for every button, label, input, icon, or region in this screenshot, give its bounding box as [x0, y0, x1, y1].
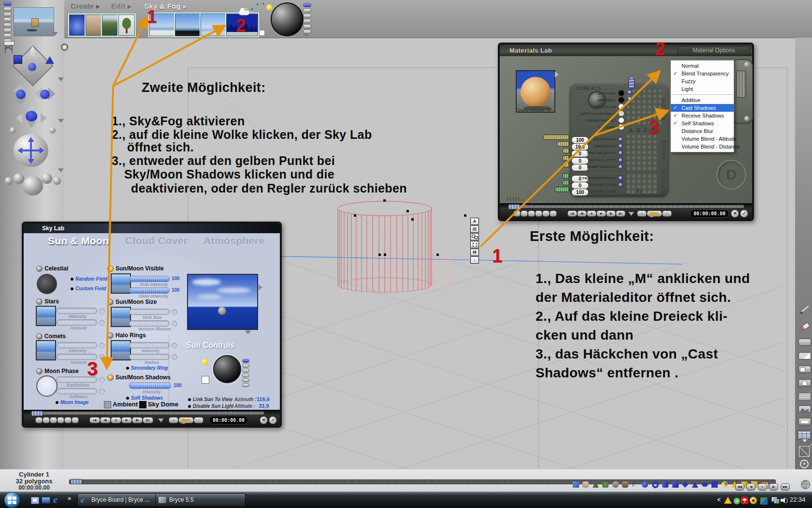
stage-expand-icon[interactable] — [58, 77, 64, 81]
menu-item-light[interactable]: Light — [671, 85, 734, 93]
button-bar-tool-icon[interactable] — [798, 418, 811, 425]
ambience-bar[interactable] — [557, 141, 569, 147]
horizon-illusion-slider[interactable] — [129, 320, 170, 327]
channel-diffuse-dot[interactable] — [618, 90, 624, 96]
add-key-button[interactable]: + — [169, 417, 178, 423]
specularity-bar[interactable] — [563, 148, 569, 153]
ml-memory-6[interactable] — [550, 210, 557, 217]
link-button[interactable] — [470, 233, 479, 240]
tray-avira-icon[interactable]: ☂ — [741, 497, 748, 504]
create-ellipse-icon[interactable] — [702, 482, 708, 487]
moon-phase-ball[interactable] — [36, 375, 58, 397]
create-row-expand-icon[interactable] — [723, 482, 729, 486]
menu-item-volume-blend-altitude[interactable]: Volume Blend - Altitude — [671, 135, 734, 143]
create-diamond-icon[interactable] — [682, 481, 688, 488]
ml-confirm-button[interactable]: ✓ — [740, 209, 748, 218]
memory-1-button[interactable] — [35, 417, 43, 423]
start-button[interactable] — [4, 493, 20, 508]
value-grid[interactable] — [626, 134, 657, 171]
horizon-illusion-button[interactable] — [172, 321, 177, 327]
scene-preview-thumbnail[interactable] — [14, 7, 54, 36]
paste-button[interactable]: Paste — [530, 107, 544, 113]
delete-key-button[interactable]: − — [194, 417, 203, 423]
bump-height-dot[interactable] — [618, 164, 623, 169]
view-sphere-4[interactable] — [53, 177, 61, 185]
stars-amount-button[interactable] — [99, 320, 105, 326]
create-path-icon[interactable]: ≀ — [632, 481, 638, 488]
color-dot-2[interactable] — [627, 96, 632, 101]
create-sphere-icon[interactable] — [642, 481, 648, 488]
channel-volume-dot[interactable] — [618, 124, 624, 130]
anim-play-button[interactable]: ▶ — [769, 483, 778, 491]
shadows-intensity-slider[interactable] — [129, 382, 171, 389]
glow-intensity-slider[interactable] — [129, 287, 170, 294]
tray-clock[interactable]: 22:34 — [790, 496, 806, 503]
trackball-expand-icon[interactable] — [58, 119, 64, 123]
view-sphere-1[interactable] — [14, 173, 24, 184]
menu-item-volume-blend-distance[interactable]: Volume Blend - Distance — [671, 143, 734, 150]
anim-ffwd-button[interactable]: ▶▶ — [781, 483, 790, 491]
create-plane-icon[interactable] — [711, 481, 718, 488]
sky-timeline-track[interactable] — [30, 411, 264, 415]
memory-5-button[interactable] — [64, 417, 72, 423]
softness-button[interactable] — [99, 388, 105, 394]
preview-expand2-icon[interactable] — [245, 330, 251, 334]
zoom-in-icon[interactable]: + — [800, 460, 809, 468]
ambient-checkbox[interactable] — [104, 401, 111, 408]
frame-fwd-button[interactable]: |▶ — [132, 417, 143, 423]
small-sphere-right[interactable] — [49, 127, 56, 134]
transparency-bar[interactable] — [563, 173, 569, 179]
comets-thumbnail[interactable] — [36, 340, 56, 360]
ml-go-start[interactable]: |◀ — [567, 210, 577, 217]
menu-item-blend-transparency[interactable]: Blend Transparency — [671, 70, 734, 77]
create-torus-icon[interactable] — [652, 481, 659, 488]
tray-badge-icon[interactable] — [733, 497, 740, 505]
marquee-button[interactable] — [470, 241, 479, 248]
preview-expand-icon[interactable] — [52, 32, 58, 36]
preset-expand-icon[interactable] — [546, 108, 552, 112]
ml-frame-fwd[interactable]: |▶ — [606, 210, 616, 217]
channel-transparent-dot[interactable] — [618, 117, 624, 123]
menu-item-normal[interactable]: Normal — [671, 62, 734, 70]
palette-memory-dots[interactable] — [3, 1, 12, 44]
tray-network-icon[interactable] — [771, 497, 779, 504]
celestial-sphere[interactable] — [37, 274, 57, 294]
celestial-toggle[interactable] — [36, 266, 43, 272]
diffusion-dot[interactable] — [618, 137, 623, 142]
halo-intensity-button[interactable] — [172, 343, 177, 348]
picture-tool-4-icon[interactable] — [798, 379, 811, 387]
picture-tool-1-icon[interactable] — [798, 339, 811, 346]
ml-memory-1[interactable] — [513, 210, 521, 217]
picture-tool-3-icon[interactable] — [798, 366, 811, 373]
tab-sun-moon[interactable]: Sun & Moon — [48, 235, 109, 247]
sun-daylight-dot[interactable] — [202, 359, 208, 365]
cancel-button[interactable]: ✕ — [260, 416, 268, 424]
comets-intensity-slider[interactable] — [57, 342, 97, 348]
move-plane-control[interactable] — [16, 105, 47, 129]
sky-preview-image[interactable] — [187, 274, 258, 330]
solid-render-button[interactable] — [470, 225, 479, 233]
disk-size-button[interactable] — [172, 309, 177, 315]
go-end-button[interactable]: ▶| — [143, 417, 153, 423]
material-preview[interactable] — [516, 70, 555, 113]
sun-memory-dots[interactable] — [242, 359, 249, 388]
task-button-bryce-board[interactable]: e Bryce-Board | Bryce ... — [77, 493, 168, 507]
tab-atmosphere[interactable]: Atmosphere — [203, 235, 265, 247]
custom-field-option[interactable]: Custom Field — [71, 286, 106, 291]
anim-record-button[interactable]: ● — [758, 483, 767, 491]
copy-button[interactable]: Copy — [515, 107, 529, 113]
halo-rings-toggle[interactable] — [107, 332, 114, 339]
pencil-tool-icon[interactable] — [799, 304, 810, 314]
menu-item-distance-blur[interactable]: Distance Blur — [671, 127, 734, 135]
move-z-control[interactable] — [35, 84, 55, 105]
stars-intensity-slider[interactable] — [57, 308, 97, 314]
altitude-value[interactable]: 33,9 — [259, 403, 269, 409]
memory-2-button[interactable] — [43, 417, 50, 423]
quicklaunch-folders-icon[interactable] — [31, 497, 39, 504]
ml-stop[interactable]: ■ — [587, 210, 596, 217]
reflection-bar[interactable] — [563, 180, 569, 185]
memory-6-button[interactable] — [72, 417, 79, 423]
sky-dome-checkbox[interactable] — [139, 401, 146, 408]
anim-back-button[interactable]: ◀ — [746, 483, 755, 491]
create-cloud-icon[interactable] — [582, 481, 589, 488]
